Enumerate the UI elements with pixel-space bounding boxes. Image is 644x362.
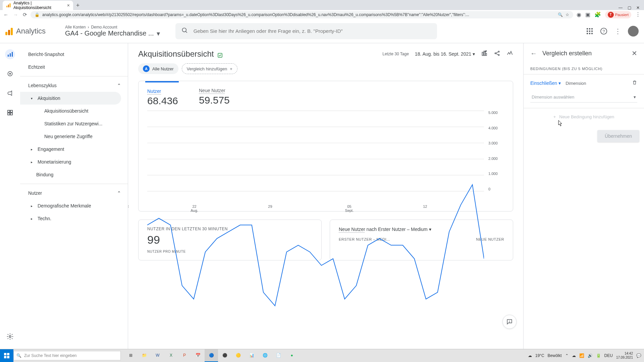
app-icon-4[interactable]: 📄 <box>272 349 285 362</box>
collapse-sidebar-icon[interactable]: ‹ <box>128 196 132 216</box>
word-icon[interactable]: W <box>151 349 164 362</box>
app-icon[interactable]: 📅 <box>191 349 205 362</box>
explore-icon[interactable] <box>5 69 15 79</box>
date-range-picker[interactable]: 18. Aug. bis 16. Sept. 2021 ▾ <box>415 51 475 57</box>
sidebar: Bericht-Snapshot Echtzeit Lebenszyklus ⌃… <box>20 43 128 349</box>
clock[interactable]: 14:42 17.09.2021 <box>616 352 633 360</box>
chrome-icon[interactable]: 🔵 <box>205 349 218 362</box>
powerpoint-icon[interactable]: P <box>178 349 191 362</box>
user-avatar[interactable] <box>628 26 639 37</box>
sidebar-item-retention[interactable]: Bindung <box>20 168 128 181</box>
customize-icon[interactable] <box>481 50 488 58</box>
reload-icon[interactable]: ⟳ <box>23 12 27 18</box>
add-condition-button[interactable]: + Neue Bedingung hinzufügen <box>524 108 644 125</box>
share-icon[interactable] <box>494 50 500 58</box>
weather-icon[interactable]: ☁ <box>528 353 532 358</box>
taskview-icon[interactable]: ⊞ <box>124 349 138 362</box>
star-icon[interactable]: ☆ <box>566 12 569 17</box>
zoom-icon[interactable]: 🔍 <box>558 12 563 17</box>
date-preset-label: Letzte 30 Tage <box>382 52 409 56</box>
onedrive-icon[interactable]: ☁ <box>572 353 576 358</box>
search-input[interactable] <box>194 28 431 34</box>
chip-all-users[interactable]: A Alle Nutzer <box>138 63 178 74</box>
metric-users[interactable]: Nutzer 68.436 <box>147 88 179 107</box>
kebab-icon[interactable]: ⋮ <box>614 27 622 35</box>
svg-rect-16 <box>8 55 9 57</box>
extensions-icon[interactable]: 🧩 <box>594 11 601 18</box>
account-selector[interactable]: Alle Konten › Demo Account GA4 - Google … <box>65 25 160 38</box>
back-icon[interactable]: ← <box>3 12 8 18</box>
advertise-icon[interactable] <box>5 88 15 98</box>
svg-line-33 <box>496 52 498 53</box>
feedback-button[interactable] <box>502 315 517 329</box>
breadcrumb-parent: Alle Konten <box>65 25 86 29</box>
configure-icon[interactable] <box>5 108 15 118</box>
ga-favicon <box>6 3 11 8</box>
reports-icon[interactable] <box>5 49 15 59</box>
trend-card: Nutzer 68.436 Neue Nutzer 59.575 5.0004.… <box>138 81 513 212</box>
new-tab-button[interactable]: + <box>73 1 83 10</box>
wifi-icon[interactable]: 📶 <box>579 353 584 358</box>
forward-icon[interactable]: → <box>13 12 18 18</box>
sidebar-item-monetization[interactable]: Monetarisierung <box>20 156 128 168</box>
apply-button[interactable]: Übernehmen <box>597 130 639 142</box>
app-icon-2[interactable]: 🟡 <box>231 349 245 362</box>
maximize-icon[interactable]: ▢ <box>627 5 632 10</box>
sidebar-item-demographics[interactable]: Demografische Merkmale <box>20 199 128 212</box>
include-dropdown[interactable]: Einschließen ▾ <box>530 80 561 86</box>
search-box[interactable] <box>175 23 437 39</box>
back-arrow-icon[interactable]: ← <box>530 50 537 57</box>
sidebar-item-acq-overview[interactable]: Akquisitionsübersicht <box>20 105 128 117</box>
profile-badge[interactable]: T Pausiert <box>605 11 631 18</box>
minimize-icon[interactable]: — <box>618 5 623 10</box>
help-icon[interactable]: ? <box>600 27 608 35</box>
edge-icon[interactable]: 🌐 <box>258 349 272 362</box>
svg-rect-23 <box>8 113 10 115</box>
explorer-icon[interactable]: 📁 <box>138 349 151 362</box>
sound-icon[interactable]: 🔊 <box>588 353 593 358</box>
svg-point-30 <box>495 53 496 54</box>
svg-rect-17 <box>10 53 11 57</box>
insights-icon[interactable] <box>506 50 513 58</box>
extension-icon-2[interactable]: ▣ <box>585 11 590 18</box>
sidebar-item-acquisition[interactable]: Akquisition <box>20 92 121 105</box>
taskbar-search[interactable]: 🔍 Zur Suche Text hier eingeben <box>13 351 121 360</box>
tab-close-icon[interactable]: × <box>67 3 70 8</box>
plus-icon: + <box>230 66 232 71</box>
extension-icon-1[interactable]: ◉ <box>577 11 581 18</box>
sidebar-item-realtime[interactable]: Echtzeit <box>20 61 128 73</box>
gear-icon[interactable] <box>5 331 15 342</box>
browser-tab[interactable]: Analytics | Akquisitionsübersicht × <box>3 1 73 10</box>
sidebar-item-engagement[interactable]: Engagement <box>20 143 128 156</box>
sidebar-item-acq-stats[interactable]: Statistiken zur Nutzergewi... <box>20 117 128 130</box>
lang-indicator[interactable]: DEU <box>604 353 613 358</box>
spotify-icon[interactable]: ● <box>285 349 299 362</box>
app-icon-3[interactable]: 📊 <box>245 349 258 362</box>
battery-icon[interactable]: 🔋 <box>596 353 601 358</box>
close-panel-icon[interactable]: ✕ <box>632 49 637 57</box>
ga-logo[interactable]: Analytics <box>5 27 46 36</box>
sidebar-section-user[interactable]: Nutzer ⌃ <box>20 187 128 199</box>
lock-icon: 🔒 <box>35 12 40 17</box>
svg-rect-13 <box>591 33 593 34</box>
sidebar-item-snapshot[interactable]: Bericht-Snapshot <box>20 48 128 61</box>
kebab-menu-icon[interactable]: ⋮ <box>635 11 641 18</box>
notifications-icon[interactable]: 💬 <box>636 353 641 358</box>
dimension-select[interactable]: Dimension auswählen ▾ <box>530 92 637 103</box>
obs-icon[interactable]: ⚫ <box>218 349 231 362</box>
delete-condition-icon[interactable] <box>632 80 637 86</box>
sidebar-section-lifecycle[interactable]: Lebenszyklus ⌃ <box>20 79 128 92</box>
url-field[interactable]: 🔒 analytics.google.com/analytics/web/#/p… <box>31 11 573 18</box>
metric-new-users[interactable]: Neue Nutzer 59.575 <box>199 88 230 107</box>
sidebar-item-acq-traffic[interactable]: Neu generierte Zugriffe <box>20 130 128 143</box>
tray-chevron-icon[interactable]: ⌃ <box>565 353 569 358</box>
svg-rect-39 <box>4 356 6 358</box>
chevron-right-icon: › <box>88 25 89 29</box>
sidebar-item-tech[interactable]: Techn. <box>20 212 128 225</box>
app-header: Analytics Alle Konten › Demo Account GA4… <box>0 19 644 43</box>
apps-icon[interactable] <box>586 27 594 35</box>
add-comparison-chip[interactable]: Vergleich hinzufügen + <box>182 63 237 74</box>
close-window-icon[interactable]: ✕ <box>635 5 641 10</box>
excel-icon[interactable]: X <box>164 349 178 362</box>
start-button[interactable] <box>0 349 13 362</box>
